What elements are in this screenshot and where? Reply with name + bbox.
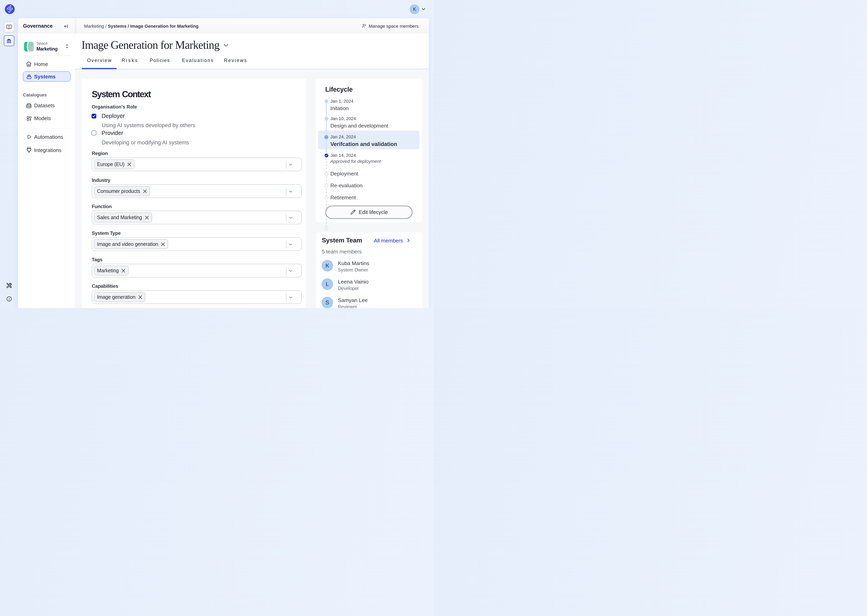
svg-text:i: i bbox=[9, 297, 10, 301]
